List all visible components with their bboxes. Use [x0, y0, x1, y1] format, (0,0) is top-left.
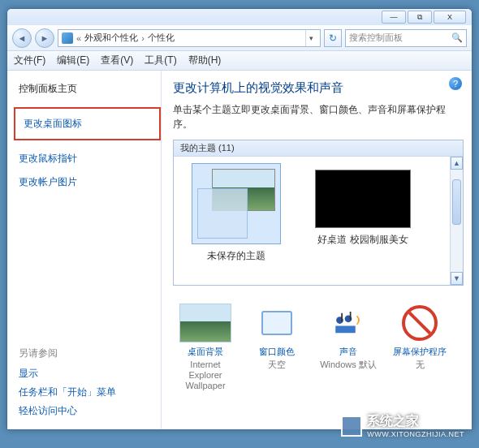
- close-button[interactable]: X: [434, 11, 466, 24]
- svg-rect-0: [335, 326, 356, 334]
- page-description: 单击某个主题立即更改桌面背景、窗口颜色、声音和屏幕保护程序。: [173, 102, 464, 131]
- card-sublabel: 天空: [268, 360, 286, 370]
- theme-name: 未保存的主题: [207, 249, 265, 263]
- page-heading: 更改计算机上的视觉效果和声音: [173, 80, 464, 96]
- address-bar[interactable]: « 外观和个性化 › 个性化 ▾: [58, 29, 321, 47]
- sidebar-link-desktop-icons[interactable]: 更改桌面图标: [24, 117, 151, 131]
- address-dropdown[interactable]: ▾: [305, 30, 317, 46]
- navigation-bar: ◄ ► « 外观和个性化 › 个性化 ▾ ↻ 搜索控制面板 🔍: [7, 25, 472, 51]
- menu-edit[interactable]: 编辑(E): [57, 54, 89, 67]
- sidebar-link-ease-of-access[interactable]: 轻松访问中心: [19, 404, 161, 418]
- watermark-logo-icon: [341, 416, 362, 437]
- card-sublabel: Windows 默认: [320, 360, 377, 370]
- screensaver-icon: [394, 304, 446, 342]
- menu-bar: 文件(F) 编辑(E) 查看(V) 工具(T) 帮助(H): [7, 51, 472, 71]
- theme-name: 好桌道 校园制服美女: [317, 233, 408, 247]
- refresh-button[interactable]: ↻: [324, 29, 342, 47]
- sidebar-home-link[interactable]: 控制面板主页: [19, 82, 161, 96]
- card-desktop-background[interactable]: 桌面背景 Internet Explorer Wallpaper: [173, 304, 238, 392]
- svg-rect-3: [341, 313, 343, 322]
- themes-list: 未保存的主题 好桌道 校园制服美女: [174, 157, 463, 269]
- card-sublabel: Internet Explorer Wallpaper: [173, 360, 238, 392]
- watermark: 系统之家 WWW.XITONGZHIJIA.NET: [341, 413, 464, 438]
- card-sound[interactable]: 声音 Windows 默认: [316, 304, 381, 392]
- card-window-color[interactable]: 窗口颜色 天空: [244, 304, 309, 392]
- maximize-button[interactable]: ⧉: [408, 11, 432, 24]
- control-panel-icon: [62, 32, 73, 44]
- themes-scrollbar[interactable]: ▲ ▼: [450, 157, 463, 285]
- desktop-background-icon: [179, 304, 231, 342]
- minimize-button[interactable]: —: [382, 11, 406, 24]
- theme-thumbnail: [315, 170, 411, 228]
- scroll-up-button[interactable]: ▲: [451, 157, 463, 170]
- search-input[interactable]: 搜索控制面板 🔍: [345, 29, 467, 47]
- card-screensaver[interactable]: 屏幕保护程序 无: [387, 304, 452, 392]
- see-also-heading: 另请参阅: [19, 347, 161, 360]
- highlight-box: 更改桌面图标: [14, 107, 161, 140]
- help-icon[interactable]: ?: [449, 77, 462, 90]
- watermark-text: 系统之家: [367, 413, 464, 430]
- titlebar: — ⧉ X: [7, 9, 472, 25]
- breadcrumb-root-arrow[interactable]: «: [76, 33, 81, 43]
- back-button[interactable]: ◄: [12, 28, 32, 48]
- card-label: 声音: [339, 346, 357, 358]
- search-placeholder: 搜索控制面板: [349, 32, 403, 44]
- sidebar: 控制面板主页 更改桌面图标 更改鼠标指针 更改帐户图片 另请参阅 显示 任务栏和…: [7, 71, 162, 429]
- forward-button[interactable]: ►: [35, 28, 54, 48]
- theme-thumbnail: [192, 163, 281, 244]
- sidebar-link-mouse-pointers[interactable]: 更改鼠标指针: [19, 152, 161, 166]
- search-icon: 🔍: [451, 32, 463, 43]
- breadcrumb-arrow-1: ›: [141, 33, 145, 43]
- breadcrumb-appearance[interactable]: 外观和个性化: [84, 32, 138, 44]
- scroll-thumb[interactable]: [452, 179, 461, 225]
- sound-icon: [322, 304, 374, 342]
- watermark-url: WWW.XITONGZHIJIA.NET: [367, 430, 464, 438]
- thumbnail-overlay: [197, 188, 248, 239]
- breadcrumb-personalization[interactable]: 个性化: [148, 32, 175, 44]
- settings-cards: 桌面背景 Internet Explorer Wallpaper 窗口颜色 天空…: [173, 304, 464, 392]
- content-area: ? 更改计算机上的视觉效果和声音 单击某个主题立即更改桌面背景、窗口颜色、声音和…: [162, 71, 472, 429]
- see-also-section: 另请参阅 显示 任务栏和「开始」菜单 轻松访问中心: [19, 347, 161, 429]
- scroll-down-button[interactable]: ▼: [451, 272, 463, 285]
- sidebar-link-display[interactable]: 显示: [19, 367, 161, 381]
- themes-list-box: 我的主题 (11) 未保存的主题 好桌道 校园制服美女: [173, 140, 464, 286]
- card-label: 窗口颜色: [259, 346, 295, 358]
- card-label: 屏幕保护程序: [393, 346, 447, 358]
- theme-item-haozhuodao[interactable]: 好桌道 校园制服美女: [307, 163, 419, 263]
- window-color-icon: [251, 304, 303, 342]
- menu-help[interactable]: 帮助(H): [188, 54, 222, 67]
- sidebar-link-account-picture[interactable]: 更改帐户图片: [19, 175, 161, 189]
- svg-rect-4: [350, 312, 352, 321]
- sidebar-link-taskbar[interactable]: 任务栏和「开始」菜单: [19, 386, 161, 399]
- menu-file[interactable]: 文件(F): [14, 54, 45, 67]
- themes-header: 我的主题 (11): [174, 140, 463, 157]
- theme-item-unsaved[interactable]: 未保存的主题: [180, 163, 292, 263]
- window-body: 控制面板主页 更改桌面图标 更改鼠标指针 更改帐户图片 另请参阅 显示 任务栏和…: [7, 71, 472, 429]
- card-sublabel: 无: [416, 360, 425, 370]
- control-panel-window: — ⧉ X ◄ ► « 外观和个性化 › 个性化 ▾ ↻ 搜索控制面板 🔍 文件…: [6, 8, 473, 430]
- menu-tools[interactable]: 工具(T): [145, 54, 176, 67]
- menu-view[interactable]: 查看(V): [101, 54, 133, 67]
- card-label: 桌面背景: [188, 346, 223, 358]
